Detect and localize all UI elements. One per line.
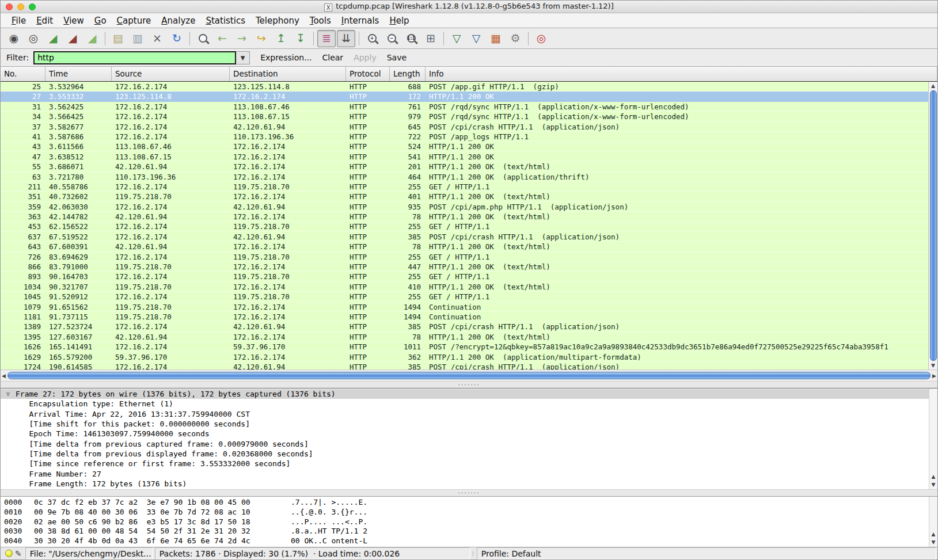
packet-row[interactable]: 21140.558786172.16.2.174119.75.218.70HTT… (1, 182, 928, 192)
filter-dropdown-button[interactable]: ▼ (236, 51, 250, 64)
hex-row[interactable]: 001000 9e 7b 08 40 00 30 06 33 0e 7b 7d … (1, 508, 929, 517)
capture-options-button[interactable]: ◎ (24, 30, 43, 47)
go-forward-button[interactable]: → (233, 30, 251, 47)
packet-row[interactable]: 35942.063030172.16.2.17442.120.61.94HTTP… (1, 202, 928, 212)
packet-row[interactable]: 72683.694629172.16.2.174119.75.218.70HTT… (1, 252, 928, 262)
clear-button[interactable]: Clear (322, 53, 344, 62)
packet-row[interactable]: 1626165.141491172.16.2.17459.37.96.170HT… (1, 342, 928, 352)
menu-file[interactable]: File (6, 14, 31, 27)
packet-row[interactable]: 118191.737115119.75.218.70172.16.2.174HT… (1, 312, 928, 322)
column-header-source[interactable]: Source (112, 67, 230, 81)
column-header-info[interactable]: Info (426, 67, 937, 81)
reload-button[interactable]: ↻ (168, 30, 186, 47)
open-file-button[interactable]: ▤ (109, 30, 127, 47)
packet-row[interactable]: 63767.519522172.16.2.17442.120.61.94HTTP… (1, 232, 928, 242)
packet-row[interactable]: 553.68607142.120.61.94172.16.2.174HTTP20… (1, 162, 928, 172)
menu-tools[interactable]: Tools (305, 14, 336, 27)
column-header-length[interactable]: Length (390, 67, 426, 81)
packet-row[interactable]: 1724190.614585172.16.2.17442.120.61.94HT… (1, 362, 928, 369)
save-file-button[interactable]: ▥ (128, 30, 147, 47)
menu-capture[interactable]: Capture (112, 14, 157, 27)
details-splitter[interactable]: ······· (1, 381, 937, 388)
menu-go[interactable]: Go (89, 14, 112, 27)
hex-row[interactable]: 004030 30 20 4f 4b 0d 0a 43 6f 6e 74 65 … (1, 536, 929, 546)
expression-button[interactable]: Expression... (260, 53, 312, 62)
bytes-scroll-up-icon[interactable]: ▲ (932, 530, 936, 538)
zoom-100-button[interactable]: 1:1 (402, 30, 420, 47)
detail-line[interactable]: [Time since reference or first frame: 3.… (1, 459, 929, 468)
details-scroll-down-icon[interactable]: ▼ (932, 481, 936, 489)
auto-scroll-button[interactable]: ⇊ (337, 30, 355, 47)
packet-row[interactable]: 45362.156522172.16.2.174119.75.218.70HTT… (1, 222, 928, 231)
go-bottom-button[interactable]: ↧ (291, 30, 310, 47)
scroll-down-arrow-icon[interactable]: ▼ (931, 361, 935, 369)
detail-line[interactable]: Encapsulation type: Ethernet (1) (1, 399, 929, 409)
filter-input[interactable] (33, 51, 236, 64)
save-button[interactable]: Save (387, 53, 407, 62)
packet-row[interactable]: 473.638512113.108.67.15172.16.2.174HTTP5… (1, 152, 928, 162)
start-capture-button[interactable]: ◢ (44, 30, 62, 47)
detail-line[interactable]: Frame Length: 172 bytes (1376 bits) (1, 479, 929, 489)
go-top-button[interactable]: ↥ (272, 30, 290, 47)
menu-analyze[interactable]: Analyze (156, 14, 200, 27)
display-filters-button[interactable]: ▽ (467, 30, 485, 47)
packet-row[interactable]: 104591.520912172.16.2.174119.75.218.70HT… (1, 292, 928, 302)
detail-line[interactable]: [Time delta from previous displayed fram… (1, 449, 929, 459)
restart-capture-button[interactable]: ◢ (83, 30, 101, 47)
packet-row[interactable]: 343.566425172.16.2.174113.108.67.15HTTP9… (1, 112, 928, 121)
packet-row[interactable]: 253.532964172.16.2.174123.125.114.8HTTP6… (1, 82, 928, 92)
hex-row[interactable]: 002002 ae 00 50 c6 90 b2 86 e3 b5 17 3c … (1, 517, 929, 527)
packet-row[interactable]: 413.587686172.16.2.174110.173.196.36HTTP… (1, 132, 928, 142)
details-vscrollbar[interactable]: ▲ ▼ (929, 388, 937, 489)
capture-comment-icon[interactable]: ✎ (15, 549, 22, 558)
expander-triangle-icon[interactable]: ▽ (1, 391, 16, 397)
details-scroll-up-icon[interactable]: ▲ (932, 473, 936, 481)
detail-line[interactable]: Frame Number: 27 (1, 468, 929, 478)
status-profile[interactable]: Profile: Default (477, 547, 936, 559)
hscroll-thumb[interactable] (7, 372, 931, 379)
scroll-right-arrow-icon[interactable]: ▶ (932, 372, 936, 380)
go-to-packet-button[interactable]: ↪ (252, 30, 271, 47)
bytes-splitter[interactable]: ······· (1, 489, 937, 496)
detail-line[interactable]: [Time delta from previous captured frame… (1, 439, 929, 448)
packet-row[interactable]: 313.562425172.16.2.174113.108.67.46HTTP7… (1, 102, 928, 112)
close-file-button[interactable]: × (148, 30, 166, 47)
column-header-no[interactable]: No. (1, 67, 45, 81)
detail-line[interactable]: [Time shift for this packet: 0.000000000… (1, 419, 929, 429)
list-interfaces-button[interactable]: ◉ (5, 30, 23, 47)
menu-help[interactable]: Help (384, 14, 414, 27)
packet-row[interactable]: 86683.791000119.75.218.70172.16.2.174HTT… (1, 262, 928, 272)
packet-list-vscrollbar[interactable]: ▲ ▼ (928, 82, 937, 369)
packet-list-hscrollbar[interactable]: ◀ ▶ (1, 369, 937, 381)
packet-row[interactable]: 89390.164703172.16.2.174119.75.218.70HTT… (1, 272, 928, 281)
packet-row[interactable]: 1389127.523724172.16.2.17442.120.61.94HT… (1, 322, 928, 332)
hex-row[interactable]: 00000c 37 dc f2 eb 37 7c a2 3e e7 90 1b … (1, 498, 929, 508)
scroll-left-arrow-icon[interactable]: ◀ (2, 372, 6, 380)
colorize-list-button[interactable]: ≣ (317, 30, 336, 47)
column-header-protocol[interactable]: Protocol (346, 67, 390, 81)
zoom-out-button[interactable]: − (382, 30, 401, 47)
coloring-rules-button[interactable]: ▦ (487, 30, 505, 47)
packet-row[interactable]: 273.553332123.125.114.8172.16.2.174HTTP1… (1, 92, 928, 101)
vscroll-thumb[interactable] (930, 90, 937, 361)
menu-edit[interactable]: Edit (31, 14, 58, 27)
packet-row[interactable]: 433.611566113.108.67.46172.16.2.174HTTP5… (1, 142, 928, 151)
packet-row[interactable]: 633.721780110.173.196.36172.16.2.174HTTP… (1, 172, 928, 182)
packet-row[interactable]: 64367.60039142.120.61.94172.16.2.174HTTP… (1, 242, 928, 252)
bytes-scroll-down-icon[interactable]: ▼ (932, 538, 936, 546)
capture-filters-button[interactable]: ▽ (447, 30, 466, 47)
status-resize-grip[interactable]: ⋮ (470, 551, 476, 557)
packet-row[interactable]: 373.582677172.16.2.17442.120.61.94HTTP64… (1, 122, 928, 132)
expert-info-icon[interactable] (5, 550, 13, 557)
preferences-button[interactable]: ⚙ (506, 30, 525, 47)
zoom-in-button[interactable]: + (363, 30, 381, 47)
find-packet-button[interactable] (193, 30, 212, 47)
menu-telephony[interactable]: Telephony (250, 14, 305, 27)
hex-row[interactable]: 003000 38 8d 61 00 00 48 54 54 50 2f 31 … (1, 527, 929, 536)
column-header-time[interactable]: Time (45, 67, 112, 81)
resize-columns-button[interactable]: ⊞ (421, 30, 440, 47)
menu-internals[interactable]: Internals (336, 14, 385, 27)
menu-statistics[interactable]: Statistics (200, 14, 250, 27)
detail-line[interactable]: ▽Frame 27: 172 bytes on wire (1376 bits)… (1, 389, 929, 399)
detail-line[interactable]: Epoch Time: 1461303097.759940000 seconds (1, 429, 929, 439)
